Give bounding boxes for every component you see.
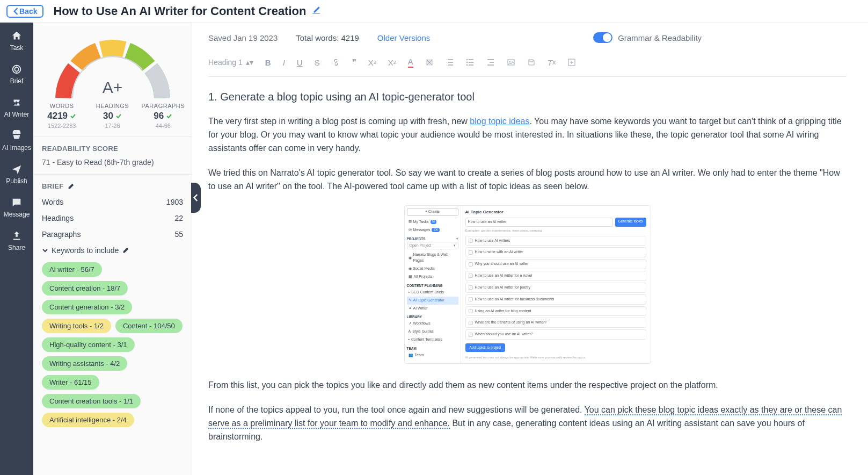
text-color-button[interactable]: A (408, 57, 413, 68)
blog-topic-link[interactable]: blog topic ideas (470, 117, 529, 126)
keyword-tag[interactable]: Content creation tools - 1/1 (42, 394, 141, 408)
grade-value: A+ (103, 78, 123, 97)
total-words: Total words: 4219 (296, 33, 359, 42)
keyword-tag[interactable]: Writing assistants - 4/2 (42, 356, 127, 371)
rail-message[interactable]: Message (4, 197, 30, 218)
keyword-tag[interactable]: Content generation - 3/2 (42, 300, 132, 314)
embed-result-row: How to use an AI writer for a novel (465, 271, 646, 281)
rail-ai-writer[interactable]: AI Writer (4, 97, 29, 118)
embed-result-row: How to write with an AI writer (465, 247, 646, 257)
image-button[interactable] (507, 58, 515, 67)
page-title: How to Use An AI Writer for Content Crea… (53, 4, 306, 18)
ordered-list-button[interactable] (446, 58, 454, 67)
editor-content[interactable]: 1. Generate a blog topic using an AI top… (208, 77, 847, 444)
bold-button[interactable]: B (265, 58, 271, 67)
keyword-tag[interactable]: High-quality content - 3/1 (42, 337, 135, 352)
keywords-toggle[interactable]: Keywords to include (42, 246, 183, 255)
italic-button[interactable]: I (283, 58, 285, 67)
edit-keywords-icon[interactable] (122, 247, 129, 254)
embed-result-row: What are the benefits of using an AI wri… (465, 318, 646, 328)
left-rail: Task Brief AI Writer AI Images Publish M… (0, 23, 33, 475)
keyword-tag[interactable]: Content creation - 18/7 (42, 281, 128, 296)
rail-ai-images[interactable]: AI Images (2, 130, 31, 152)
add-block-button[interactable] (567, 58, 576, 67)
underline-button[interactable]: U (297, 58, 303, 67)
side-panel: A+ WORDS 4219 1522-2283 HEADINGS 30 17-2… (33, 23, 192, 475)
keyword-tag[interactable]: Content - 104/50 (115, 319, 183, 333)
edit-title-icon[interactable] (311, 5, 321, 17)
edit-brief-icon[interactable] (67, 183, 75, 190)
grammar-toggle[interactable] (593, 32, 612, 43)
subscript-button[interactable]: X2 (368, 58, 376, 67)
topbar: Back How to Use An AI Writer for Content… (0, 0, 868, 23)
save-button[interactable] (527, 58, 536, 67)
embedded-screenshot: + Create ☰My Tasks20 ✉Messages236 PROJEC… (404, 205, 651, 364)
keyword-tag[interactable]: Writing tools - 1/2 (42, 319, 111, 333)
brief-words: Words1903 (42, 198, 183, 206)
embed-result-row: How to use an AI writer for poetry (465, 283, 646, 293)
back-button[interactable]: Back (6, 5, 43, 18)
svg-point-7 (509, 61, 510, 62)
embed-create-btn: + Create (407, 208, 458, 216)
embed-result-row: How to use AI writers (465, 236, 646, 246)
content-p1: The very first step in writing a blog po… (208, 115, 847, 155)
content-p4: If none of the topics appeal to you, run… (208, 404, 847, 443)
svg-point-0 (13, 66, 21, 74)
content-p2: We tried this on Narrato's AI topic gene… (208, 167, 847, 193)
svg-point-5 (466, 64, 468, 66)
clear-format-button[interactable]: Tx (548, 58, 556, 67)
content-p3: From this list, you can pick the topics … (208, 379, 847, 392)
embed-result-row: Why you should use an AI writer (465, 259, 646, 269)
embed-result-row: When should you use an AI writer? (465, 329, 646, 340)
quote-button[interactable]: ❞ (352, 57, 356, 67)
strike-button[interactable]: S (315, 58, 320, 67)
indent-button[interactable] (486, 58, 495, 67)
rail-brief[interactable]: Brief (10, 63, 24, 85)
editor-toolbar: Heading 1▴▾ B I U S ❞ X2 X2 A Tx (208, 53, 847, 77)
rail-task[interactable]: Task (10, 30, 24, 52)
highlight-button[interactable] (425, 58, 434, 67)
saved-timestamp: Saved Jan 19 2023 (208, 33, 278, 42)
grammar-toggle-label: Grammar & Readability (618, 33, 702, 42)
svg-point-3 (466, 59, 468, 60)
keyword-tag[interactable]: Artificial intelligence - 2/4 (42, 413, 134, 427)
chevron-down-icon (42, 247, 48, 254)
brief-headings: Headings22 (42, 214, 183, 222)
link-button[interactable] (332, 58, 340, 67)
keywords-list: Ai writer - 56/7Content creation - 18/7C… (42, 262, 183, 427)
unordered-list-button[interactable] (466, 58, 475, 67)
brief-section: BRIEF Words1903 Headings22 Paragraphs55 … (33, 174, 192, 435)
content-heading: 1. Generate a blog topic using an AI top… (208, 89, 847, 105)
heading-select[interactable]: Heading 1▴▾ (208, 58, 253, 67)
editor-area: Saved Jan 19 2023 Total words: 4219 Olde… (192, 23, 868, 475)
older-versions-link[interactable]: Older Versions (377, 33, 430, 42)
readability-value: 71 - Easy to Read (6th-7th grade) (42, 158, 183, 167)
back-label: Back (19, 7, 37, 16)
brief-paragraphs: Paragraphs55 (42, 230, 183, 239)
score-gauge: A+ (33, 23, 192, 103)
chevron-left-icon (13, 8, 18, 15)
embed-result-row: How to use an AI writer for business doc… (465, 294, 646, 305)
keyword-tag[interactable]: Writer - 61/15 (42, 375, 99, 390)
svg-point-4 (466, 62, 468, 63)
superscript-button[interactable]: X2 (388, 58, 396, 67)
keyword-tag[interactable]: Ai writer - 56/7 (42, 262, 102, 277)
rail-share[interactable]: Share (8, 230, 25, 251)
rail-publish[interactable]: Publish (6, 163, 27, 185)
collapse-panel-handle[interactable] (191, 183, 201, 213)
embed-result-row: Using an AI writer for blog content (465, 306, 646, 316)
editor-header: Saved Jan 19 2023 Total words: 4219 Olde… (208, 32, 847, 53)
svg-point-1 (14, 67, 18, 71)
